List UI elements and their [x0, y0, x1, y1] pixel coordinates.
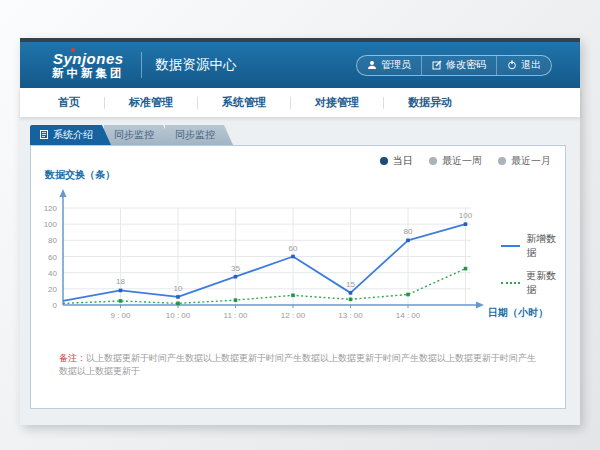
nav-item-0[interactable]: 首页 [34, 95, 104, 110]
user-menu-item-2[interactable]: 退出 [496, 56, 551, 75]
svg-text:0: 0 [53, 301, 58, 310]
legend-line-sample [501, 245, 520, 247]
nav-item-2[interactable]: 系统管理 [198, 95, 290, 110]
edit-icon [432, 60, 442, 70]
svg-text:10: 10 [174, 284, 183, 293]
radio-icon [429, 157, 437, 165]
chart-legend: 新增数据更新数据 [501, 232, 565, 306]
filter-1[interactable]: 最近一周 [429, 154, 482, 168]
time-range-filters: 当日最近一周最近一月 [380, 154, 551, 168]
svg-text:9 : 00: 9 : 00 [110, 311, 131, 320]
header: Synjones 新中新集团 数据资源中心 管理员修改密码退出 [20, 42, 580, 88]
svg-text:日期（小时）: 日期（小时） [488, 307, 548, 318]
power-icon [507, 60, 517, 70]
line-chart: 0204060801001209 : 0010 : 0011 : 0012 : … [31, 182, 567, 334]
svg-text:60: 60 [289, 244, 298, 253]
legend-line-sample [501, 282, 520, 284]
app-window: Synjones 新中新集团 数据资源中心 管理员修改密码退出 首页标准管理系统… [20, 38, 580, 425]
radio-icon [498, 157, 506, 165]
legend-item-0: 新增数据 [501, 232, 565, 260]
svg-text:40: 40 [48, 269, 57, 278]
user-icon [367, 60, 377, 70]
radio-icon [380, 157, 388, 165]
svg-text:100: 100 [459, 211, 473, 220]
nav-item-1[interactable]: 标准管理 [105, 95, 197, 110]
filter-0[interactable]: 当日 [380, 154, 413, 168]
svg-text:100: 100 [44, 220, 58, 229]
legend-item-1: 更新数据 [501, 269, 565, 297]
footnote-prefix: 备注： [59, 353, 86, 363]
nav-item-3[interactable]: 对接管理 [291, 95, 383, 110]
logo-accent [71, 48, 75, 52]
logo: Synjones 新中新集团 [52, 50, 125, 80]
svg-text:14 : 00: 14 : 00 [396, 311, 421, 320]
svg-text:10 : 00: 10 : 00 [166, 311, 191, 320]
user-menu-item-0[interactable]: 管理员 [357, 56, 421, 75]
content: 系统介绍同步监控同步监控 当日最近一周最近一月 数据交换（条） 02040608… [20, 117, 580, 425]
svg-text:12 : 00: 12 : 00 [281, 311, 306, 320]
svg-text:120: 120 [44, 204, 58, 213]
header-divider [141, 52, 142, 78]
document-icon [40, 130, 48, 141]
user-menu: 管理员修改密码退出 [356, 55, 552, 76]
svg-text:15: 15 [346, 280, 355, 289]
logo-brand: Synjones [52, 50, 125, 67]
footnote: 备注：以上数据更新于时间产生数据以上数据更新于时间产生数据以上数据更新于时间产生… [59, 352, 541, 378]
tab-bar: 系统介绍同步监控同步监控 [30, 125, 233, 145]
app-title: 数据资源中心 [156, 56, 237, 74]
tab-2[interactable]: 同步监控 [165, 125, 233, 145]
svg-text:60: 60 [48, 253, 57, 262]
svg-text:11 : 00: 11 : 00 [224, 311, 248, 320]
footnote-text: 以上数据更新于时间产生数据以上数据更新于时间产生数据以上数据更新于时间产生数据以… [59, 353, 536, 376]
logo-sub: 新中新集团 [52, 67, 125, 80]
tab-0[interactable]: 系统介绍 [30, 125, 111, 145]
nav-item-4[interactable]: 数据异动 [384, 95, 476, 110]
svg-text:80: 80 [404, 227, 413, 236]
user-menu-item-1[interactable]: 修改密码 [421, 56, 496, 75]
svg-text:13 : 00: 13 : 00 [338, 311, 363, 320]
chart-panel: 当日最近一周最近一月 数据交换（条） 0204060801001209 : 00… [30, 145, 566, 409]
tab-1[interactable]: 同步监控 [104, 125, 172, 145]
main-nav: 首页标准管理系统管理对接管理数据异动 [20, 88, 580, 117]
svg-text:20: 20 [48, 285, 57, 294]
filter-2[interactable]: 最近一月 [498, 154, 551, 168]
svg-text:35: 35 [231, 264, 240, 273]
svg-text:80: 80 [48, 236, 57, 245]
y-axis-title: 数据交换（条） [45, 168, 115, 182]
svg-text:18: 18 [116, 277, 125, 286]
